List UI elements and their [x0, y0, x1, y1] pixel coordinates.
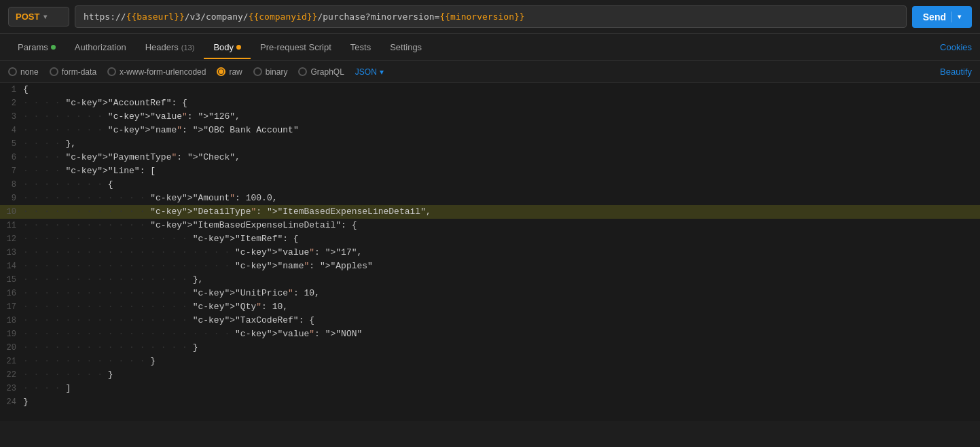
send-button[interactable]: Send ▾ — [912, 6, 972, 28]
line-number: 19 — [0, 327, 22, 341]
line-content: { — [22, 83, 29, 96]
option-urlencoded[interactable]: x-www-form-urlencoded — [107, 67, 206, 77]
tab-headers-label: Headers — [145, 42, 179, 52]
code-line: 24} — [0, 395, 980, 409]
send-divider — [951, 12, 952, 22]
code-line: 10· · · · · · · · · · · · "c-key">"Detai… — [0, 205, 980, 219]
beautify-button[interactable]: Beautify — [940, 67, 972, 77]
tab-body-label: Body — [213, 42, 234, 52]
line-number: 3 — [0, 110, 22, 124]
tab-tests[interactable]: Tests — [341, 35, 380, 59]
line-number: 14 — [0, 260, 22, 273]
line-content: · · · · · · · · · · · · } — [22, 355, 156, 368]
headers-count: (13) — [181, 43, 195, 52]
tabs-bar: Params Authorization Headers (13) Body P… — [0, 34, 980, 61]
line-number: 23 — [0, 382, 22, 395]
line-content: · · · · · · · · · · · · · · · · "c-key">… — [22, 300, 288, 314]
radio-raw-inner — [219, 69, 223, 74]
body-dot — [236, 45, 241, 50]
line-content: · · · · · · · · · · · · · · · · "c-key">… — [22, 314, 314, 327]
code-line: 7· · · · "c-key">"Line": [ — [0, 164, 980, 178]
line-content: · · · · · · · · · · · · · · · · }, — [22, 273, 203, 287]
option-graphql[interactable]: GraphQL — [298, 67, 344, 77]
code-line: 2· · · · "c-key">"AccountRef": { — [0, 96, 980, 110]
tab-headers[interactable]: Headers (13) — [136, 35, 204, 59]
send-label: Send — [923, 12, 946, 22]
tab-params[interactable]: Params — [8, 35, 65, 59]
url-path1: /v3/company/ — [185, 12, 249, 22]
line-content: · · · · "c-key">"Line": [ — [22, 164, 156, 178]
code-line: 6· · · · "c-key">"PaymentType": ">"Check… — [0, 151, 980, 164]
code-line: 1{ — [0, 83, 980, 96]
code-line: 18· · · · · · · · · · · · · · · · "c-key… — [0, 314, 980, 327]
line-content: · · · · · · · · "c-key">"value": ">"126"… — [22, 110, 240, 124]
params-dot — [51, 45, 56, 50]
tab-authorization[interactable]: Authorization — [65, 35, 136, 59]
line-number: 11 — [0, 219, 22, 232]
code-line: 17· · · · · · · · · · · · · · · · "c-key… — [0, 300, 980, 314]
option-form-data[interactable]: form-data — [50, 67, 96, 77]
line-content: · · · · }, — [22, 137, 76, 151]
line-content: · · · · · · · · · · · · · · · · "c-key">… — [22, 232, 299, 246]
tab-settings-label: Settings — [390, 42, 422, 52]
line-content: } — [22, 395, 29, 409]
radio-raw — [217, 67, 225, 76]
option-form-data-label: form-data — [62, 67, 96, 77]
option-raw[interactable]: raw — [217, 67, 242, 77]
radio-urlencoded — [107, 67, 116, 76]
format-chevron-icon: ▾ — [380, 67, 384, 77]
option-binary[interactable]: binary — [253, 67, 288, 77]
method-chevron-icon: ▾ — [43, 13, 47, 20]
tab-params-label: Params — [18, 42, 48, 52]
tab-pre-request-label: Pre-request Script — [260, 42, 331, 52]
tab-body[interactable]: Body — [204, 35, 251, 59]
tab-pre-request[interactable]: Pre-request Script — [251, 35, 341, 59]
method-label: POST — [16, 12, 39, 22]
code-line: 12· · · · · · · · · · · · · · · · "c-key… — [0, 232, 980, 246]
code-line: 13· · · · · · · · · · · · · · · · · · · … — [0, 246, 980, 260]
line-number: 13 — [0, 246, 22, 260]
line-content: · · · · · · · · · · · · · · · · · · · · … — [22, 246, 362, 260]
code-line: 4· · · · · · · · "c-key">"name": ">"OBC … — [0, 124, 980, 137]
line-number: 17 — [0, 300, 22, 314]
line-content: · · · · "c-key">"PaymentType": ">"Check"… — [22, 151, 240, 164]
line-number: 10 — [0, 205, 22, 219]
line-content: · · · · · · · · · · · · "c-key">"ItemBas… — [22, 219, 357, 232]
code-line: 11· · · · · · · · · · · · "c-key">"ItemB… — [0, 219, 980, 232]
line-content: · · · · · · · · "c-key">"name": ">"OBC B… — [22, 124, 299, 137]
format-label: JSON — [355, 67, 377, 77]
code-line: 14· · · · · · · · · · · · · · · · · · · … — [0, 260, 980, 273]
code-line: 5· · · · }, — [0, 137, 980, 151]
radio-none — [8, 67, 17, 76]
radio-graphql — [298, 67, 307, 76]
line-content: · · · · · · · · · · · · · · · · · · · · … — [22, 327, 362, 341]
line-number: 7 — [0, 164, 22, 178]
format-selector[interactable]: JSON ▾ — [355, 67, 384, 77]
cookies-link[interactable]: Cookies — [940, 42, 972, 52]
code-editor[interactable]: 1{2· · · · "c-key">"AccountRef": {3· · ·… — [0, 83, 980, 421]
url-minorversion: {{minorversion}} — [439, 12, 524, 22]
line-number: 24 — [0, 395, 22, 409]
line-content: · · · · ] — [22, 382, 71, 395]
tab-settings[interactable]: Settings — [380, 35, 431, 59]
line-number: 2 — [0, 96, 22, 110]
line-content: · · · · · · · · · · · · "c-key">"DetailT… — [22, 205, 431, 219]
tab-authorization-label: Authorization — [75, 42, 126, 52]
method-selector[interactable]: POST ▾ — [8, 7, 69, 26]
line-content: · · · · · · · · · · · · · · · · · · · · … — [22, 260, 373, 273]
code-line: 20· · · · · · · · · · · · · · · · } — [0, 341, 980, 355]
line-number: 1 — [0, 83, 22, 96]
line-number: 4 — [0, 124, 22, 137]
option-none[interactable]: none — [8, 67, 39, 77]
code-line: 23· · · · ] — [0, 382, 980, 395]
option-urlencoded-label: x-www-form-urlencoded — [120, 67, 206, 77]
radio-form-data — [50, 67, 58, 76]
url-bar[interactable]: https://{{baseurl}}/v3/company/{{company… — [75, 5, 907, 28]
line-number: 6 — [0, 151, 22, 164]
line-number: 8 — [0, 178, 22, 192]
code-line: 9· · · · · · · · · · · · "c-key">"Amount… — [0, 192, 980, 205]
line-number: 22 — [0, 368, 22, 382]
option-graphql-label: GraphQL — [310, 67, 344, 77]
line-number: 18 — [0, 314, 22, 327]
line-number: 21 — [0, 355, 22, 368]
